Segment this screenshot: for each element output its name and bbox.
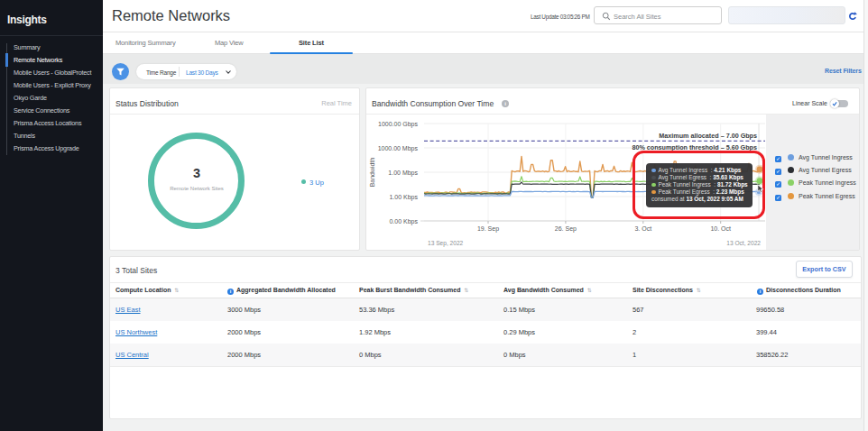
svg-text:13 Sep, 2022: 13 Sep, 2022 — [428, 240, 464, 247]
svg-text:0.00 Kbps: 0.00 Kbps — [389, 218, 418, 225]
svg-text:1.00 Mbps: 1.00 Mbps — [388, 170, 418, 177]
svg-text:3. Oct: 3. Oct — [634, 225, 651, 232]
svg-text:26. Sep: 26. Sep — [555, 225, 577, 233]
svg-text:1.00 Kbps: 1.00 Kbps — [389, 194, 418, 201]
svg-text:19. Sep: 19. Sep — [477, 225, 499, 233]
svg-text:10. Oct: 10. Oct — [710, 225, 731, 232]
svg-text:1000.00 Gbps: 1000.00 Gbps — [378, 121, 418, 128]
svg-text:1000.00 Mbps: 1000.00 Mbps — [378, 145, 419, 152]
svg-text:13 Oct, 2022: 13 Oct, 2022 — [726, 240, 761, 246]
svg-text:Bandwidth: Bandwidth — [369, 158, 375, 188]
svg-text:Maximum allocated – 7.00 Gbps: Maximum allocated – 7.00 Gbps — [659, 132, 757, 140]
